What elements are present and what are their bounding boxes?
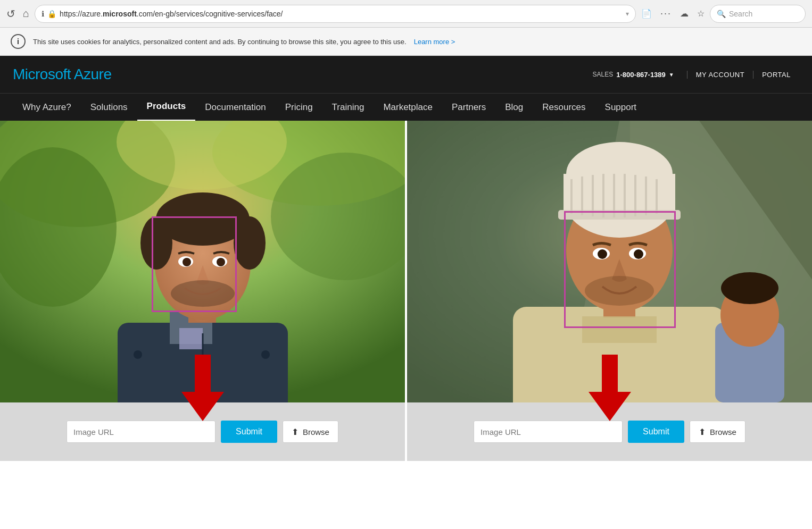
submit-button-2[interactable]: Submit xyxy=(628,421,684,443)
browser-nav-icons: ↺ ⌂ xyxy=(6,7,29,20)
svg-point-22 xyxy=(261,350,270,359)
nav-products[interactable]: Products xyxy=(137,94,196,121)
nav-partners[interactable]: Partners xyxy=(442,94,495,121)
svg-point-31 xyxy=(721,272,778,304)
submit-button-1[interactable]: Submit xyxy=(221,421,277,443)
upload-icon-1: ⬆ xyxy=(292,427,299,437)
pocket-icon[interactable]: ☁ xyxy=(680,9,689,19)
browser-right-icons: 📄 ··· ☁ ☆ xyxy=(641,8,705,19)
nav-marketplace[interactable]: Marketplace xyxy=(374,94,442,121)
dropdown-arrow: ▾ xyxy=(626,10,629,18)
svg-rect-37 xyxy=(558,210,681,220)
cookie-banner: i This site uses cookies for analytics, … xyxy=(0,28,812,56)
svg-point-51 xyxy=(585,276,654,306)
svg-point-14 xyxy=(234,216,266,270)
browse-button-1[interactable]: ⬆ Browse xyxy=(283,421,338,443)
svg-point-19 xyxy=(171,280,235,307)
address-bar[interactable]: ℹ 🔒 https://azure.microsoft.com/en-gb/se… xyxy=(35,5,636,23)
portal-link[interactable]: PORTAL xyxy=(753,71,799,79)
input-controls-2: Submit ⬆ Browse xyxy=(463,421,756,443)
svg-point-18 xyxy=(217,258,225,266)
url-text: https://azure.microsoft.com/en-gb/servic… xyxy=(60,10,623,18)
main-nav: Why Azure? Solutions Products Documentat… xyxy=(0,93,812,121)
red-arrow-2 xyxy=(589,355,631,421)
svg-point-50 xyxy=(634,249,643,259)
nav-support[interactable]: Support xyxy=(595,94,647,121)
image-bottom-1: Submit ⬆ Browse xyxy=(0,402,405,461)
nav-blog[interactable]: Blog xyxy=(495,94,533,121)
home-icon[interactable]: ⌂ xyxy=(23,7,29,20)
nav-documentation[interactable]: Documentation xyxy=(195,94,275,121)
my-account-link[interactable]: MY ACCOUNT xyxy=(687,71,753,79)
input-controls-1: Submit ⬆ Browse xyxy=(56,421,349,443)
nav-training[interactable]: Training xyxy=(322,94,374,121)
nav-why-azure[interactable]: Why Azure? xyxy=(13,94,81,121)
browser-chrome: ↺ ⌂ ℹ 🔒 https://azure.microsoft.com/en-g… xyxy=(0,0,812,28)
image-bottom-2: Submit ⬆ Browse xyxy=(407,402,812,461)
nav-pricing[interactable]: Pricing xyxy=(276,94,322,121)
cookie-text: This site uses cookies for analytics, pe… xyxy=(33,38,407,46)
info-circle-icon: i xyxy=(11,34,26,49)
browse-button-2[interactable]: ⬆ Browse xyxy=(690,421,745,443)
sales-number[interactable]: 1-800-867-1389 xyxy=(616,71,666,79)
ellipsis-icon[interactable]: ··· xyxy=(660,8,672,19)
svg-rect-9 xyxy=(179,328,203,349)
search-icon: 🔍 xyxy=(717,10,726,18)
image-url-input-1[interactable] xyxy=(67,421,216,443)
azure-header: Microsoft Azure SALES 1-800-867-1389 ▼ M… xyxy=(0,56,812,93)
face-panel-1: Submit ⬆ Browse xyxy=(0,121,405,461)
azure-logo[interactable]: Microsoft Azure xyxy=(13,66,111,83)
image-url-input-2[interactable] xyxy=(474,421,623,443)
bookmark-icon[interactable]: ☆ xyxy=(697,9,705,19)
sales-label: SALES xyxy=(593,71,614,78)
main-content: Submit ⬆ Browse xyxy=(0,121,812,461)
info-icon: ℹ xyxy=(42,10,44,18)
svg-point-49 xyxy=(598,249,607,259)
lock-icon: 🔒 xyxy=(47,10,56,18)
learn-more-link[interactable]: Learn more > xyxy=(414,38,455,46)
upload-icon-2: ⬆ xyxy=(699,427,706,437)
svg-rect-52 xyxy=(582,316,657,343)
face-panel-2: Submit ⬆ Browse xyxy=(407,121,812,461)
red-arrow-1 xyxy=(181,355,224,421)
sales-info: SALES 1-800-867-1389 ▼ xyxy=(593,71,674,79)
sales-dropdown-icon[interactable]: ▼ xyxy=(669,72,674,78)
page-icon[interactable]: 📄 xyxy=(641,9,652,19)
refresh-icon[interactable]: ↺ xyxy=(6,7,15,20)
svg-point-17 xyxy=(183,258,191,266)
header-right: SALES 1-800-867-1389 ▼ MY ACCOUNT PORTAL xyxy=(593,71,799,79)
svg-point-13 xyxy=(140,216,172,270)
nav-resources[interactable]: Resources xyxy=(533,94,595,121)
svg-point-21 xyxy=(134,350,142,359)
nav-solutions[interactable]: Solutions xyxy=(81,94,137,121)
search-placeholder: Search xyxy=(729,10,752,18)
search-bar[interactable]: 🔍 Search xyxy=(710,5,806,23)
